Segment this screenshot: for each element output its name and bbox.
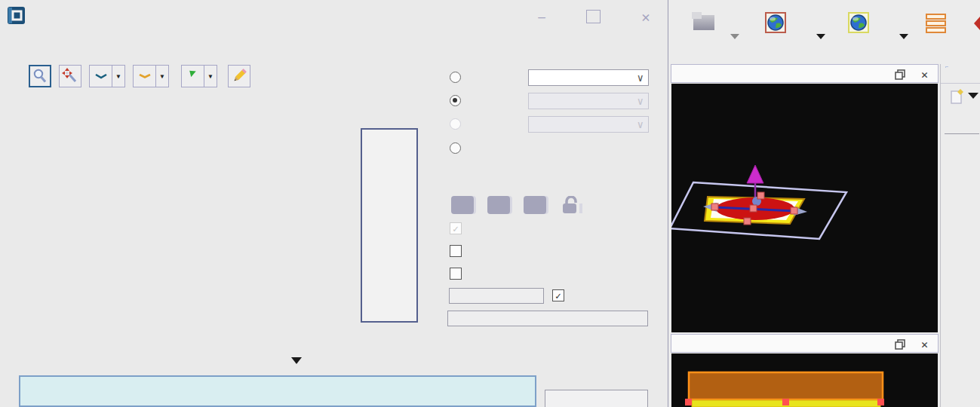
chevron-down-icon bbox=[139, 74, 151, 78]
attributes-table bbox=[19, 375, 536, 407]
radio-line[interactable] bbox=[450, 72, 461, 83]
export-matlab-button[interactable]: ▼ bbox=[181, 65, 217, 87]
divider bbox=[945, 133, 979, 134]
zoom-tool-button[interactable] bbox=[29, 65, 51, 87]
view-panel-titlebar: ✕ bbox=[671, 64, 939, 83]
padlock-open-icon bbox=[560, 196, 584, 215]
magnifier-move-icon bbox=[62, 68, 78, 84]
plot-in-new-window-button[interactable] bbox=[447, 311, 648, 326]
export-png-button[interactable]: ▼ bbox=[89, 65, 125, 87]
triangle-down-icon bbox=[291, 357, 302, 365]
png-dropdown-arrow[interactable]: ▼ bbox=[112, 66, 124, 87]
surface-plot-dropdown: ∨ bbox=[528, 116, 649, 133]
magnifier-icon bbox=[32, 69, 48, 84]
close-button[interactable]: ✕ bbox=[636, 8, 656, 26]
text-dropdown-arrow[interactable]: ▼ bbox=[155, 66, 168, 87]
visualizer-app-icon bbox=[8, 7, 25, 24]
scene-3d bbox=[671, 84, 938, 332]
stack-icon bbox=[926, 14, 947, 33]
chevron-down-icon: ∨ bbox=[637, 118, 644, 130]
monitors-icon-frame bbox=[848, 12, 869, 33]
edit-button[interactable] bbox=[228, 65, 250, 87]
auto-checkbox[interactable]: ✓ bbox=[552, 289, 564, 301]
image-plot-dropdown: ∨ bbox=[528, 93, 649, 109]
minimize-button[interactable]: — bbox=[532, 8, 551, 26]
maximize-button[interactable] bbox=[583, 8, 603, 26]
plane-yz-button bbox=[524, 196, 546, 214]
text-options-button[interactable]: ▼ bbox=[133, 65, 169, 87]
radio-image[interactable] bbox=[450, 95, 461, 106]
globe-icon bbox=[766, 14, 785, 32]
visualizer-window: — ✕ ▼ bbox=[0, 0, 668, 407]
script-panel-title bbox=[945, 66, 948, 68]
chevron-down-icon: ∨ bbox=[637, 72, 644, 84]
script-dropdown-arrow[interactable] bbox=[968, 93, 978, 99]
globe-icon bbox=[849, 14, 868, 32]
float-panel-button[interactable] bbox=[893, 68, 906, 81]
attributes-toggle[interactable] bbox=[291, 357, 309, 365]
script-panel bbox=[940, 64, 980, 407]
structure-rect bbox=[689, 372, 883, 399]
lock-color-bar-checkbox[interactable] bbox=[450, 268, 462, 280]
restore-icon bbox=[895, 339, 905, 350]
chevron-down-icon bbox=[95, 74, 107, 79]
colorbar-gradient bbox=[367, 142, 386, 312]
build-dropdown-arrow bbox=[730, 34, 739, 39]
plane-xz-button bbox=[487, 196, 510, 214]
chevron-down-icon: ∨ bbox=[637, 95, 644, 107]
monitors-dropdown-arrow[interactable] bbox=[899, 34, 908, 39]
line-plot-dropdown[interactable]: ∨ bbox=[528, 69, 649, 86]
pencil-icon bbox=[231, 68, 247, 84]
sources-dropdown-arrow[interactable] bbox=[816, 34, 825, 39]
plot-axes bbox=[106, 143, 332, 298]
show-axes-checkbox: ✓ bbox=[450, 222, 462, 234]
pan-zoom-tool-button[interactable] bbox=[59, 65, 81, 87]
hold-camera-checkbox[interactable] bbox=[450, 245, 462, 257]
close-panel-icon[interactable]: ✕ bbox=[918, 338, 931, 350]
close-panel-icon[interactable]: ✕ bbox=[918, 68, 931, 81]
red-arrow-icon-partial bbox=[974, 17, 980, 30]
restore-icon bbox=[895, 69, 905, 80]
green-arrow-icon bbox=[189, 69, 196, 77]
z-axis-arrow bbox=[747, 165, 763, 183]
redraw-button[interactable] bbox=[449, 288, 544, 304]
colorbar bbox=[361, 128, 418, 323]
matlab-dropdown-arrow[interactable]: ▼ bbox=[204, 66, 217, 87]
scene-section bbox=[671, 353, 938, 407]
section-panel-titlebar: ✕ bbox=[671, 334, 939, 353]
section-viewport[interactable] bbox=[671, 353, 938, 407]
sources-icon-frame bbox=[765, 12, 786, 33]
main-application: ✕ bbox=[668, 0, 980, 407]
new-script-icon[interactable] bbox=[951, 89, 964, 104]
radio-vector[interactable] bbox=[450, 142, 461, 154]
radio-surface bbox=[450, 118, 461, 130]
screen: — ✕ ▼ bbox=[0, 0, 980, 407]
build-icon bbox=[692, 12, 702, 19]
duplicate-button[interactable] bbox=[545, 390, 648, 407]
view-3d-viewport[interactable] bbox=[671, 84, 938, 332]
float-panel-button[interactable] bbox=[893, 338, 906, 350]
plane-xy-button bbox=[451, 196, 474, 214]
